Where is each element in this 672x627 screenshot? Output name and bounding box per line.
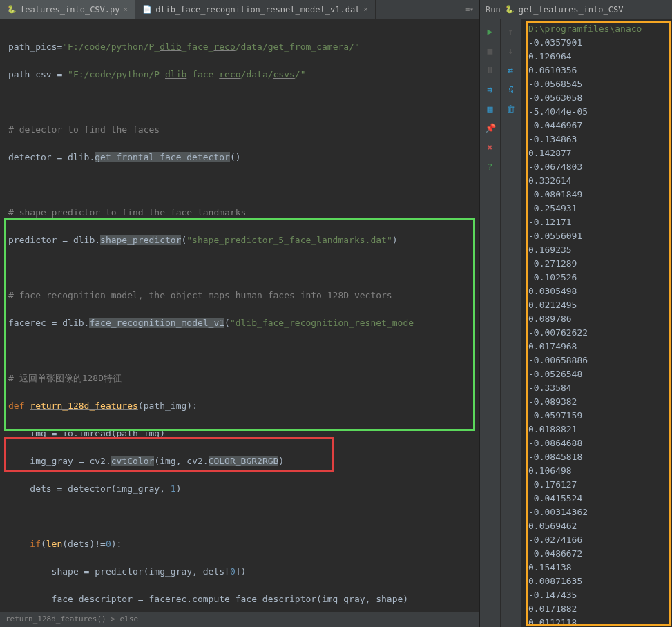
output-line: 0.332614 bbox=[528, 174, 665, 188]
output-line: -0.254931 bbox=[528, 202, 665, 215]
output-line: -0.33584 bbox=[528, 381, 665, 395]
python-icon: 🐍 bbox=[505, 5, 515, 14]
output-line: -0.0446967 bbox=[528, 119, 665, 133]
down-arrow-icon[interactable]: ↓ bbox=[504, 44, 518, 57]
breadcrumb[interactable]: return_128d_features() > else bbox=[0, 612, 479, 627]
debug-icon[interactable]: ⇉ bbox=[483, 83, 497, 95]
close-icon[interactable]: × bbox=[124, 5, 128, 14]
run-toolbar-left: ▶ ■ ⏸ ⇉ ▦ 📌 ✖ ? bbox=[480, 19, 501, 627]
output-line: 0.169235 bbox=[528, 243, 665, 257]
tab-dropdown-icon[interactable]: ≡▾ bbox=[460, 6, 479, 13]
output-line: -0.00762622 bbox=[528, 326, 665, 340]
tab-label: dlib_face_recognition_resnet_model_v1.da… bbox=[155, 5, 360, 15]
output-line: -0.0274166 bbox=[528, 533, 665, 547]
tab-label: features_into_CSV.py bbox=[20, 5, 120, 15]
output-line: -0.271289 bbox=[528, 257, 665, 271]
output-line: D:\programfiles\anaco bbox=[528, 22, 665, 36]
output-line: -0.0674803 bbox=[528, 160, 665, 174]
output-line: -5.4044e-05 bbox=[528, 105, 665, 119]
pin-icon[interactable]: 📌 bbox=[483, 122, 497, 134]
output-line: -0.102526 bbox=[528, 271, 665, 284]
help-icon[interactable]: ? bbox=[483, 160, 497, 173]
play-icon[interactable]: ▶ bbox=[483, 25, 497, 37]
output-line: 0.089786 bbox=[528, 312, 665, 326]
run-panel: Run 🐍 get_features_into_CSV ▶ ■ ⏸ ⇉ ▦ 📌 … bbox=[480, 0, 672, 627]
output-line: -0.0563058 bbox=[528, 91, 665, 105]
output-line: 0.126964 bbox=[528, 50, 665, 64]
output-line: -0.00658886 bbox=[528, 354, 665, 367]
output-line: -0.0556091 bbox=[528, 229, 665, 243]
close-icon[interactable]: ✖ bbox=[483, 141, 497, 153]
python-icon: 🐍 bbox=[7, 5, 17, 15]
stop-icon[interactable]: ■ bbox=[483, 44, 497, 57]
output-line: -0.176127 bbox=[528, 478, 665, 492]
run-body: ▶ ■ ⏸ ⇉ ▦ 📌 ✖ ? ↑ ↓ ⇄ 🖨 🗑 D:\programfile… bbox=[480, 19, 672, 627]
run-output[interactable]: D:\programfiles\anaco-0.03579010.1269640… bbox=[521, 19, 672, 627]
output-line: 0.154138 bbox=[528, 561, 665, 575]
output-line: -0.0357901 bbox=[528, 36, 665, 50]
output-line: 0.142877 bbox=[528, 146, 665, 160]
output-line: 0.0305498 bbox=[528, 284, 665, 298]
output-line: 0.0188821 bbox=[528, 423, 665, 436]
run-header: Run 🐍 get_features_into_CSV bbox=[480, 0, 672, 19]
output-line: 0.0212495 bbox=[528, 298, 665, 312]
close-icon[interactable]: × bbox=[363, 5, 368, 14]
output-line: 0.106498 bbox=[528, 464, 665, 478]
layout-icon[interactable]: ▦ bbox=[483, 102, 497, 115]
tab-active[interactable]: 🐍 features_into_CSV.py × bbox=[0, 0, 135, 19]
output-line: -0.0568545 bbox=[528, 77, 665, 91]
output-line: -0.134863 bbox=[528, 133, 665, 146]
output-line: -0.0864688 bbox=[528, 436, 665, 450]
pause-icon[interactable]: ⏸ bbox=[483, 64, 497, 76]
output-line: -0.0845818 bbox=[528, 450, 665, 464]
editor-panel: 🐍 features_into_CSV.py × 📄 dlib_face_rec… bbox=[0, 0, 480, 627]
file-icon: 📄 bbox=[142, 5, 152, 15]
up-arrow-icon[interactable]: ↑ bbox=[504, 25, 518, 37]
output-line: -0.0801849 bbox=[528, 188, 665, 202]
output-line: -0.0486672 bbox=[528, 547, 665, 561]
wrap-icon[interactable]: ⇄ bbox=[504, 64, 518, 76]
output-line: -0.0526548 bbox=[528, 367, 665, 381]
code-editor[interactable]: path_pics="F:/code/python/P_dlib_face_re… bbox=[0, 19, 479, 612]
output-line: 0.0112118 bbox=[528, 616, 665, 627]
output-line: -0.00314362 bbox=[528, 505, 665, 519]
output-line: -0.0597159 bbox=[528, 409, 665, 423]
run-config-name: get_features_into_CSV bbox=[519, 5, 624, 15]
output-line: -0.089382 bbox=[528, 395, 665, 409]
output-line: -0.12171 bbox=[528, 215, 665, 229]
run-toolbar-right: ↑ ↓ ⇄ 🖨 🗑 bbox=[501, 19, 521, 627]
output-line: 0.00871635 bbox=[528, 575, 665, 588]
output-line: 0.0174968 bbox=[528, 340, 665, 354]
tab-inactive[interactable]: 📄 dlib_face_recognition_resnet_model_v1.… bbox=[135, 0, 376, 19]
tab-bar: 🐍 features_into_CSV.py × 📄 dlib_face_rec… bbox=[0, 0, 479, 19]
run-label: Run bbox=[486, 5, 501, 15]
output-line: 0.0569462 bbox=[528, 519, 665, 533]
output-line: 0.0171882 bbox=[528, 602, 665, 616]
output-line: -0.0415524 bbox=[528, 492, 665, 505]
trash-icon[interactable]: 🗑 bbox=[504, 102, 518, 115]
output-line: -0.147435 bbox=[528, 588, 665, 602]
output-line: 0.0610356 bbox=[528, 64, 665, 77]
print-icon[interactable]: 🖨 bbox=[504, 83, 518, 95]
